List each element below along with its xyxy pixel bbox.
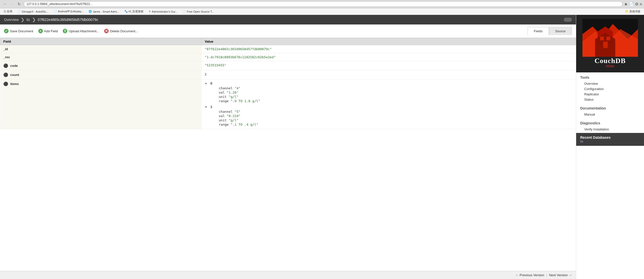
- array-index-1: 1: [208, 105, 212, 109]
- item1-val-key: val: [211, 114, 227, 118]
- value-items-cell: ▼ 0 channel "4" val: [202, 79, 576, 129]
- value-count: 2: [205, 72, 207, 76]
- add-field-button[interactable]: + Add Field: [38, 29, 58, 33]
- tab-source[interactable]: Source: [549, 27, 572, 35]
- recent-db-lis[interactable]: lis: [580, 140, 583, 143]
- nav-buttons: ← → ↻: [2, 1, 22, 7]
- diag-title: Diagnostics: [580, 121, 640, 125]
- browser-chrome: ← → ↻ 127.0.0.1:5984/_utils/document.htm…: [0, 0, 644, 8]
- value-code-cell: "523533455": [202, 61, 576, 70]
- table-row: _rev "1-dc7918c0893b678c1102582c02b5e2ed…: [0, 53, 576, 61]
- sidebar-link-verify[interactable]: Verify Installation: [580, 127, 640, 132]
- breadcrumb-sep-2: ❯: [32, 17, 36, 22]
- value-code: "523533455": [205, 63, 226, 67]
- tab-fields[interactable]: Fields: [528, 27, 549, 35]
- recent-db-title: Recent Databases: [580, 135, 611, 140]
- relax-text: relax: [606, 64, 614, 68]
- save-document-label: Save Document: [10, 29, 33, 33]
- address-bar[interactable]: 127.0.0.1:5984/_utils/document.html?lis/…: [24, 1, 623, 7]
- field-count-name: count: [10, 73, 19, 77]
- item1-channel-val: "5": [235, 110, 240, 114]
- field-code-name: code: [10, 64, 18, 68]
- delete-document-button[interactable]: ✕ Delete Document...: [104, 29, 138, 33]
- table-row: ⚫ count 2: [0, 70, 576, 79]
- field-items-cell: ⚫ items: [0, 79, 202, 129]
- recent-databases-section: Recent Databases lis: [576, 133, 644, 146]
- field-rev-cell: _rev: [0, 53, 202, 61]
- item1-val-val: "0.224": [227, 114, 241, 118]
- item0-val-key: val: [211, 91, 227, 94]
- field-code-cell: ⚫ code: [0, 61, 202, 70]
- toggle-switch[interactable]: [564, 18, 572, 22]
- bookmark-jarvis[interactable]: 🌐 Jarvis - Smart Admi...: [87, 9, 121, 14]
- main-layout: Overview ❯ lis ❯ 07f622e4865c365d9658d57…: [0, 15, 644, 279]
- collapse-0-btn[interactable]: ▼: [205, 82, 208, 85]
- right-sidebar: CouchDB relax Tools Overview Configurati…: [576, 15, 644, 279]
- field-count-cell: ⚫ count: [0, 70, 202, 79]
- bookmark-gimagex[interactable]: 📄 GImageX - AutoItSc...: [16, 9, 50, 14]
- item1-unit-key: unit: [211, 118, 229, 122]
- sidebar-logo: CouchDB relax: [576, 15, 644, 72]
- table-row: _id "07f622e4865c365d9658d57fdb00079c": [0, 45, 576, 53]
- value-rev-cell: "1-dc7918c0893b678c1102582c02b5e2ed": [202, 53, 576, 61]
- tab-bar: Fields Source: [528, 27, 572, 35]
- browser-icons: ★ 📄 ⚙ ≡: [624, 2, 642, 7]
- value-header: Value: [202, 38, 576, 45]
- breadcrumb-doc-id: 07f622e4865c365d9658d57fdb00079c: [38, 18, 98, 22]
- add-field-label: Add Field: [44, 29, 58, 33]
- item0-channel-val: "4": [235, 86, 240, 90]
- next-version-link[interactable]: Next Version →: [549, 273, 572, 277]
- delete-label: Delete Document...: [110, 29, 138, 33]
- value-id: "07f622e4865c365d9658d57fdb00079c": [205, 47, 272, 51]
- bookmark-baidu[interactable]: 🐾 irf_百度搜索: [123, 9, 145, 14]
- sidebar-docs-section: Documentation Manual: [576, 103, 644, 118]
- array-index-0: 0: [208, 81, 212, 85]
- item0-channel-key: channel: [211, 86, 235, 90]
- tools-title: Tools: [580, 75, 640, 79]
- delete-count-icon[interactable]: ⚫: [3, 72, 8, 77]
- reload-button[interactable]: ↻: [16, 1, 22, 7]
- item1-range-val: ".1 TO .4 g/l": [231, 123, 258, 126]
- delete-icon: ✕: [104, 29, 109, 33]
- field-items-name: items: [10, 82, 19, 86]
- prev-version-link[interactable]: ← Previous Version: [515, 273, 544, 277]
- doc-area: Field Value _id "07f622e4865c365d9658d: [0, 38, 576, 271]
- value-count-cell: 2: [202, 70, 576, 79]
- plus-icon: +: [38, 29, 43, 33]
- save-document-button[interactable]: ✓ Save Document: [4, 29, 33, 33]
- check-icon: ✓: [4, 29, 9, 33]
- sidebar-link-configuration[interactable]: Configuration: [580, 86, 640, 92]
- breadcrumb-sep-1: ❯: [21, 17, 24, 22]
- sidebar-link-replicator[interactable]: Replicator: [580, 92, 640, 97]
- bookmark-other[interactable]: 📁 其他书签: [624, 9, 642, 14]
- bookmarks-bar: ☷ 应用 📄 GImageX - AutoItSc... 📄 Android平台…: [0, 8, 644, 15]
- sidebar-link-overview[interactable]: Overview: [580, 81, 640, 86]
- left-panel: Overview ❯ lis ❯ 07f622e4865c365d9658d57…: [0, 15, 576, 279]
- back-button[interactable]: ←: [2, 1, 8, 7]
- doc-table: Field Value _id "07f622e4865c365d9658d: [0, 38, 576, 129]
- svg-rect-5: [600, 37, 604, 40]
- doc-footer: ← Previous Version | Next Version →: [0, 271, 576, 279]
- breadcrumb-lis[interactable]: lis: [26, 18, 30, 22]
- item1-channel-key: channel: [211, 110, 235, 114]
- upload-icon: ⇧: [63, 29, 67, 33]
- item0-unit-val: "g/l": [229, 95, 239, 99]
- delete-items-icon[interactable]: ⚫: [3, 81, 8, 86]
- field-rev-name: _rev: [3, 55, 10, 59]
- breadcrumb-bar: Overview ❯ lis ❯ 07f622e4865c365d9658d57…: [0, 15, 576, 24]
- item0-unit-key: unit: [211, 95, 229, 99]
- sidebar-link-status[interactable]: Status: [580, 97, 640, 102]
- bookmark-admin[interactable]: ⚛ Administrator's Gui...: [147, 9, 179, 14]
- svg-rect-6: [606, 37, 610, 40]
- forward-button[interactable]: →: [9, 1, 15, 7]
- collapse-1-btn[interactable]: ▼: [205, 105, 208, 108]
- delete-code-icon[interactable]: ⚫: [3, 63, 8, 68]
- upload-attachment-button[interactable]: ⇧ Upload Attachment...: [63, 29, 99, 33]
- table-row: ⚫ code "523533455": [0, 61, 576, 70]
- bookmark-android[interactable]: 📄 Android平台Airplay...: [52, 9, 85, 14]
- breadcrumb-overview[interactable]: Overview: [4, 18, 19, 22]
- bookmark-apps[interactable]: ☷ 应用: [2, 9, 14, 14]
- sidebar-tools-section: Tools Overview Configuration Replicator …: [576, 72, 644, 103]
- sidebar-link-manual[interactable]: Manual: [580, 112, 640, 117]
- bookmark-foss[interactable]: 📄 Free Open Source T...: [181, 9, 216, 14]
